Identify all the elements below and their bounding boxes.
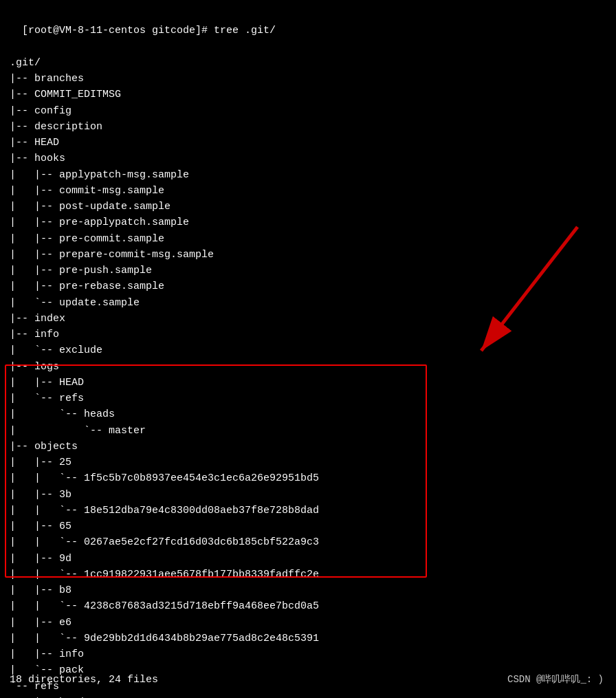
tree-line: | |-- e6: [10, 615, 606, 631]
tree-line: | |-- 3b: [10, 487, 606, 503]
tree-line: | | `-- 9de29bb2d1d6434b8b29ae775ad8c2e4…: [10, 631, 606, 646]
tree-line: | |-- b8: [10, 582, 606, 598]
footer-text: 18 directories, 24 files: [10, 674, 158, 686]
svg-line-1: [481, 227, 578, 351]
tree-line: | |-- commit-msg.sample: [10, 183, 606, 199]
tree-line: |-- hooks: [10, 151, 606, 166]
tree-line: | |-- 9d: [10, 551, 606, 567]
red-arrow-icon: [426, 206, 605, 385]
watermark: CSDN @哔叽哔叽_: ): [507, 673, 604, 686]
tree-line: | | `-- 1cc919822931aee5678fb177bb8339fa…: [10, 567, 606, 582]
tree-line: | | `-- 4238c87683ad3215d718ebff9a468ee7…: [10, 598, 606, 614]
tree-line: | | `-- 0267ae5e2cf27fcd16d03dc6b185cbf5…: [10, 534, 606, 550]
tree-line: | `-- heads: [10, 406, 606, 422]
tree-line: | |-- 25: [10, 455, 606, 470]
tree-line: |-- objects: [10, 439, 606, 455]
prompt-line: [root@VM-8-11-centos gitcode]# tree .git…: [22, 25, 276, 36]
tree-line: |-- description: [10, 119, 606, 135]
tree-line: |-- config: [10, 103, 606, 119]
tree-line: | `-- master: [10, 423, 606, 439]
tree-line: .git/: [10, 55, 606, 71]
tree-line: |-- branches: [10, 71, 606, 87]
tree-line: | | `-- 18e512dba79e4c8300dd08aeb37f8e72…: [10, 503, 606, 519]
tree-line: | | `-- 1f5c5b7c0b8937ee454e3c1ec6a26e92…: [10, 470, 606, 486]
tree-line: | |-- info: [10, 646, 606, 662]
tree-line: | |-- 65: [10, 519, 606, 534]
tree-line: | |-- applypatch-msg.sample: [10, 167, 606, 183]
tree-line: |-- heads: [10, 695, 606, 698]
tree-line: |-- COMMIT_EDITMSG: [10, 87, 606, 102]
tree-line: |-- HEAD: [10, 135, 606, 151]
tree-line: | `-- refs: [10, 391, 606, 406]
